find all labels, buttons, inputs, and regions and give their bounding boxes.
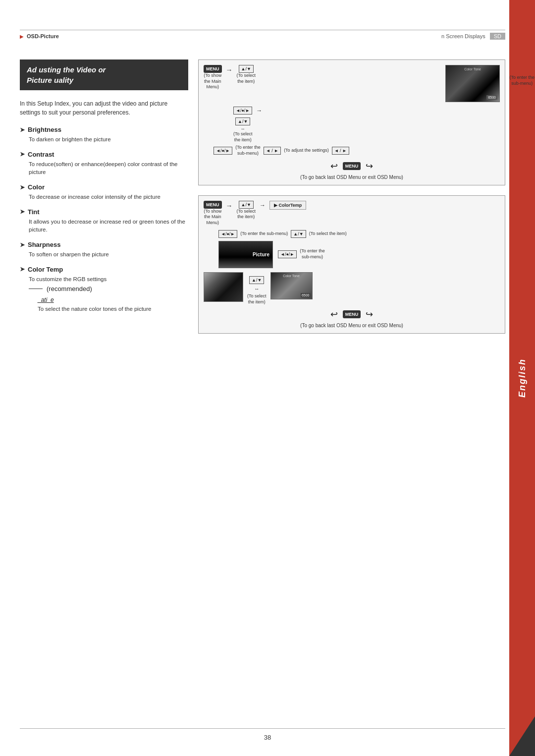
section-heading-contrast: ➤ Contrast	[20, 151, 188, 158]
picture-label: Picture	[253, 252, 269, 257]
language-sidebar: English	[509, 0, 535, 756]
adjust-nav-1: ◄ / ►	[264, 147, 281, 155]
diagram-caption-2: (To go back last OSD Menu or exit OSD Me…	[204, 323, 500, 328]
heading-color-temp: Color Temp	[28, 266, 63, 273]
page-header: ▶ OSD-Picture n Screen Displays SD	[20, 31, 505, 42]
picture-image: Picture	[218, 241, 273, 268]
nav-updown-2: ▲/▼	[235, 117, 250, 125]
menu-button-3: MENU	[204, 201, 222, 209]
heading-color: Color	[28, 183, 45, 191]
diagram-caption-1: (To go back last OSD Menu or exit OSD Me…	[204, 174, 500, 180]
bottom-border-line	[20, 728, 505, 729]
desc-color-temp: To customize the RGB settings	[20, 275, 188, 284]
arrow-icon-color-temp: ➤	[20, 266, 25, 273]
title-line2: Picture uality	[27, 75, 181, 85]
menu-button-4: MENU	[343, 310, 361, 318]
adjust-label-1: (To adjust the settings)	[284, 148, 329, 154]
diagram-2: MENU (To showthe MainMenu) → ▲/▼ (To sel…	[198, 195, 505, 334]
arrow-right-icon-1: →	[226, 66, 233, 74]
enter-sub-nav-2: ◄/●/►	[214, 147, 232, 155]
arrow-exchange: ↔	[254, 286, 259, 291]
section-sharpness: ➤ Sharpness To soften or sharpen the pic…	[20, 241, 188, 259]
arrow-icon-2: →	[226, 202, 233, 210]
arrow-icon-sharpness: ➤	[20, 241, 25, 248]
menu-button-2: MENU	[343, 162, 361, 170]
color-temp-label: ▶ ColorTemp	[269, 201, 306, 210]
desc-color: To decrease or increase color intensity …	[20, 193, 188, 201]
arrow-icon-tint: ➤	[20, 208, 25, 215]
enter-sub-nav-1: ◄/●/►	[233, 107, 252, 115]
enter-sub-label-3: (To enter the sub-menu)	[240, 231, 288, 237]
section-contrast: ➤ Contrast To reduce(soften) or enhance(…	[20, 151, 188, 176]
heading-tint: Tint	[28, 208, 40, 216]
intro-text: In this Setup Index, you can adjust the …	[20, 99, 188, 117]
recommended-line: (recommended)	[20, 285, 188, 292]
header-right-text: n Screen Displays	[441, 33, 485, 39]
section-color: ➤ Color To decrease or increase color in…	[20, 183, 188, 201]
to-show-label-2: (To showthe MainMenu)	[204, 209, 221, 226]
heading-sharpness: Sharpness	[28, 241, 60, 248]
lr-nav-1: ◄ / ►	[332, 147, 349, 155]
header-arrow-icon: ▶	[20, 34, 24, 39]
curve-arrow-right-2: ↪	[366, 309, 373, 320]
heading-contrast: Contrast	[28, 151, 54, 158]
section-heading-color: ➤ Color	[20, 183, 188, 191]
section-heading-brightness: ➤ Brightness	[20, 126, 188, 133]
nav-ud-5: ▲/▼	[249, 276, 264, 284]
recommended-text: (recommended)	[47, 285, 92, 292]
header-left: ▶ OSD-Picture	[20, 33, 59, 39]
desc-brightness: To darken or brighten the picture	[20, 135, 188, 144]
enter-sub-label-2: (To enter thesub-menu)	[235, 145, 261, 156]
enter-sub-nav-4: ◄/●/►	[278, 250, 297, 258]
to-select-label-5: (To selectthe item)	[247, 293, 267, 305]
to-select-label-4: (To select the item)	[309, 231, 347, 237]
header-title: OSD-Picture	[27, 33, 59, 39]
arrow-icon-color: ➤	[20, 184, 25, 191]
header-sd-badge: SD	[490, 33, 505, 40]
small-image-1: Color Tone 6500	[270, 272, 313, 299]
nav-ud-4: ▲/▼	[291, 230, 306, 238]
right-column: MENU (To showthe MainMenu) → ▲/▼ (To sel…	[198, 59, 505, 334]
section-heading-color-temp: ➤ Color Temp	[20, 266, 188, 273]
heading-brightness: Brightness	[28, 126, 61, 133]
arrow-right-2: →	[256, 107, 262, 114]
section-heading-sharpness: ➤ Sharpness	[20, 241, 188, 248]
to-select-label-3: (To selectthe item)	[237, 209, 256, 220]
page-number: 38	[264, 734, 271, 741]
curve-arrow-right-1: ↪	[366, 161, 373, 172]
arrow-icon-brightness: ➤	[20, 126, 25, 133]
diagram-1: MENU (To showthe MainMenu) → ▲/▼ (To sel…	[198, 59, 505, 185]
top-border-line	[20, 30, 505, 30]
enter-sub-label-4: (To enter thesub-menu)	[300, 248, 325, 260]
curve-arrow-left-2: ↩	[330, 309, 338, 320]
to-show-label-1: (To showthe MainMenu)	[204, 73, 221, 90]
section-heading-tint: ➤ Tint	[20, 208, 188, 216]
curve-arrow-left-1: ↩	[330, 161, 338, 172]
native-label: _ati_e	[29, 296, 188, 303]
section-tint: ➤ Tint It allows you to decrease or incr…	[20, 208, 188, 234]
arrow-icon-contrast: ➤	[20, 151, 25, 158]
main-content: Ad usting the Video or Picture uality In…	[20, 59, 505, 334]
nav-updown-1: ▲/▼	[239, 65, 254, 73]
left-column: Ad usting the Video or Picture uality In…	[20, 59, 188, 334]
arrow-icon-3: →	[260, 202, 266, 209]
desc-contrast: To reduce(soften) or enhance(deepen) col…	[20, 160, 188, 176]
img-label-1: Color Tone	[446, 67, 499, 71]
title-box: Ad usting the Video or Picture uality	[20, 59, 188, 90]
desc-sharpness: To soften or sharpen the picture	[20, 250, 188, 259]
section-brightness: ➤ Brightness To darken or brighten the p…	[20, 126, 188, 144]
enter-sub-nav-3: ◄/●/►	[218, 230, 237, 238]
header-right: n Screen Displays SD	[441, 33, 505, 40]
menu-button-1: MENU	[204, 65, 222, 73]
dark-image-1	[204, 272, 243, 302]
diagram-image-1: Color Tone 6500	[445, 65, 500, 102]
underline-decoration	[29, 289, 43, 289]
title-line1: Ad usting the Video or	[27, 64, 181, 75]
to-select-label-2: (To selectthe item)	[233, 131, 253, 143]
nav-updown-3: ▲/▼	[239, 201, 254, 209]
small-img-label: Color Tone	[271, 274, 312, 278]
img-value-1: 6500	[486, 95, 497, 100]
desc-tint: It allows you to decrease or increase re…	[20, 218, 188, 234]
native-desc: To select the nature color tones of the …	[29, 305, 188, 313]
language-label: English	[517, 358, 528, 398]
